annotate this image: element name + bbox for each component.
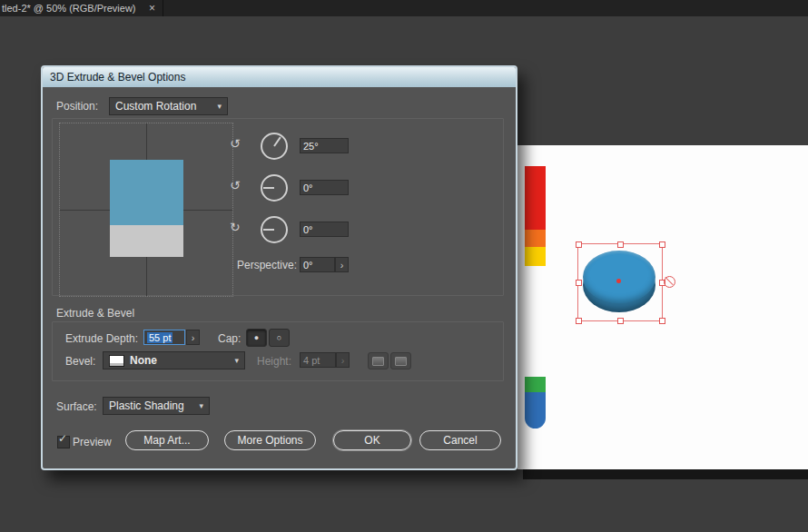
surface-label: Surface:: [56, 400, 97, 413]
bevel-value: None: [130, 354, 157, 367]
artwork-color-bar-blue[interactable]: [525, 392, 546, 429]
more-options-button[interactable]: More Options: [224, 430, 316, 450]
selection-handle[interactable]: [576, 280, 582, 286]
rotate-x-axis-icon: ↺: [230, 136, 241, 151]
rotate-indicator-icon: [664, 276, 675, 288]
selection-handle[interactable]: [659, 318, 665, 324]
bevel-dropdown[interactable]: None ▾: [103, 351, 245, 369]
rotate-x-input[interactable]: 25°: [300, 138, 349, 153]
extruded-cylinder-top[interactable]: [583, 251, 655, 303]
extrude-depth-spinner[interactable]: ›: [186, 330, 200, 345]
track-cube-front-face[interactable]: [110, 160, 183, 225]
chevron-down-icon: ▾: [229, 356, 239, 365]
map-art-button[interactable]: Map Art...: [125, 430, 209, 450]
artwork-color-bar-green[interactable]: [525, 377, 546, 392]
selection-handle[interactable]: [659, 241, 665, 248]
rotate-y-input[interactable]: 0°: [300, 180, 349, 195]
bevel-extent-in-icon: [395, 357, 407, 366]
dialog-title-bar[interactable]: 3D Extrude & Bevel Options: [43, 67, 516, 87]
rotate-z-axis-icon: ↻: [230, 220, 241, 234]
selection-center-point: [616, 279, 621, 283]
dial-needle: [263, 187, 274, 189]
chevron-down-icon: ▾: [193, 401, 203, 410]
position-label: Position:: [56, 100, 98, 113]
perspective-input[interactable]: 0°: [300, 257, 335, 272]
artboard-shadow: [523, 469, 808, 479]
dial-needle: [263, 229, 274, 231]
document-tab-bar: tled-2* @ 50% (RGB/Preview) ×: [0, 0, 808, 16]
preview-label: Preview: [73, 436, 112, 448]
perspective-label: Perspective:: [179, 259, 297, 271]
dialog-3d-extrude-bevel: 3D Extrude & Bevel Options Position: Cus…: [41, 65, 517, 470]
document-tab[interactable]: tled-2* @ 50% (RGB/Preview): [2, 3, 136, 14]
tab-close-icon[interactable]: ×: [149, 2, 155, 15]
artboard[interactable]: [517, 145, 808, 469]
bevel-extent-out-button[interactable]: [368, 352, 389, 369]
checkmark-icon: ✓: [58, 432, 67, 445]
illustrator-window: tled-2* @ 50% (RGB/Preview) × 3D Extrude…: [0, 0, 808, 532]
bevel-extent-in-button[interactable]: [390, 352, 411, 369]
rotate-y-axis-icon: ↺: [230, 178, 241, 192]
cancel-button[interactable]: Cancel: [419, 430, 501, 450]
bevel-label: Bevel:: [65, 355, 95, 368]
cap-on-button[interactable]: ●: [246, 329, 267, 347]
bevel-height-input[interactable]: 4 pt: [300, 352, 336, 368]
rotate-x-dial[interactable]: [261, 133, 288, 160]
bevel-height-label: Height:: [257, 355, 291, 368]
selection-handle[interactable]: [617, 318, 624, 324]
selection-handle[interactable]: [617, 241, 624, 248]
artwork-color-bar-yellow[interactable]: [525, 247, 546, 266]
rotate-y-dial[interactable]: [261, 174, 288, 202]
dial-needle: [273, 137, 281, 147]
bevel-extent-out-icon: [372, 357, 384, 366]
surface-value: Plastic Shading: [109, 399, 184, 412]
extrude-section-title: Extrude & Bevel: [56, 307, 134, 320]
extrude-depth-input[interactable]: 55 pt: [143, 330, 185, 345]
position-dropdown[interactable]: Custom Rotation ▾: [109, 97, 228, 115]
cap-solid-icon: ●: [254, 333, 259, 342]
cap-hollow-icon: ○: [277, 333, 281, 342]
cap-off-button[interactable]: ○: [269, 329, 290, 347]
position-value: Custom Rotation: [115, 100, 196, 113]
bevel-height-spinner[interactable]: ›: [336, 352, 350, 368]
dialog-body: Position: Custom Rotation ▾ ↺ 25° ↺: [43, 87, 516, 468]
bevel-none-thumbnail: [109, 355, 124, 367]
artwork-color-bar-orange[interactable]: [525, 230, 546, 247]
extrude-depth-selected-text: 55 pt: [147, 332, 172, 343]
surface-dropdown[interactable]: Plastic Shading ▾: [103, 397, 210, 415]
track-cube-extrude-face[interactable]: [110, 225, 183, 257]
extrude-depth-label: Extrude Depth:: [65, 332, 138, 345]
selection-handle[interactable]: [576, 318, 582, 324]
cap-label: Cap:: [218, 332, 241, 345]
artwork-color-bar-red[interactable]: [525, 166, 546, 230]
chevron-down-icon: ▾: [212, 102, 222, 111]
perspective-spinner[interactable]: ›: [335, 257, 349, 272]
ok-button[interactable]: OK: [333, 430, 411, 450]
rotate-z-input[interactable]: 0°: [300, 222, 349, 237]
selection-handle[interactable]: [576, 241, 582, 248]
rotate-z-dial[interactable]: [261, 216, 288, 243]
